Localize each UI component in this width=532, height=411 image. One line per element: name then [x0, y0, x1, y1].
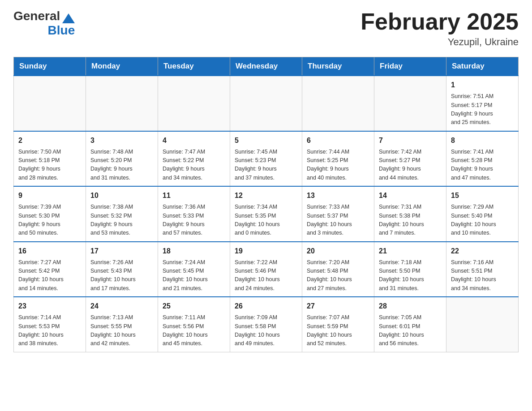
calendar-cell: 12Sunrise: 7:34 AM Sunset: 5:35 PM Dayli…	[230, 186, 302, 242]
location-label: Yezupil, Ukraine	[360, 36, 519, 48]
calendar-cell: 13Sunrise: 7:33 AM Sunset: 5:37 PM Dayli…	[302, 186, 374, 242]
title-block: February 2025 Yezupil, Ukraine	[360, 9, 519, 48]
day-number: 5	[235, 135, 297, 146]
calendar-cell: 15Sunrise: 7:29 AM Sunset: 5:40 PM Dayli…	[446, 186, 519, 242]
calendar-cell: 11Sunrise: 7:36 AM Sunset: 5:33 PM Dayli…	[158, 186, 230, 242]
calendar-header-row: Sunday Monday Tuesday Wednesday Thursday…	[14, 57, 519, 76]
day-info: Sunrise: 7:07 AM Sunset: 5:59 PM Dayligh…	[307, 313, 369, 348]
logo: General Blue	[13, 9, 75, 38]
day-number: 22	[451, 246, 514, 257]
header-monday: Monday	[86, 57, 158, 76]
day-info: Sunrise: 7:16 AM Sunset: 5:51 PM Dayligh…	[451, 258, 514, 293]
day-number: 8	[451, 135, 514, 146]
header-saturday: Saturday	[446, 57, 519, 76]
day-number: 20	[307, 246, 369, 257]
day-info: Sunrise: 7:44 AM Sunset: 5:25 PM Dayligh…	[307, 148, 369, 183]
day-number: 28	[379, 301, 442, 312]
logo-triangle-icon	[62, 13, 75, 23]
day-number: 26	[235, 301, 297, 312]
day-number: 6	[307, 135, 369, 146]
calendar-table: Sunday Monday Tuesday Wednesday Thursday…	[13, 57, 519, 352]
calendar-cell: 16Sunrise: 7:27 AM Sunset: 5:42 PM Dayli…	[14, 242, 86, 297]
day-number: 24	[90, 301, 153, 312]
day-info: Sunrise: 7:14 AM Sunset: 5:53 PM Dayligh…	[18, 313, 81, 348]
day-number: 10	[90, 190, 153, 201]
week-row-5: 23Sunrise: 7:14 AM Sunset: 5:53 PM Dayli…	[14, 297, 519, 352]
day-number: 12	[235, 190, 297, 201]
calendar-cell: 4Sunrise: 7:47 AM Sunset: 5:22 PM Daylig…	[158, 131, 230, 187]
day-info: Sunrise: 7:11 AM Sunset: 5:56 PM Dayligh…	[163, 313, 225, 348]
header-tuesday: Tuesday	[158, 57, 230, 76]
week-row-2: 2Sunrise: 7:50 AM Sunset: 5:18 PM Daylig…	[14, 131, 519, 187]
day-number: 19	[235, 246, 297, 257]
day-info: Sunrise: 7:22 AM Sunset: 5:46 PM Dayligh…	[235, 258, 297, 293]
calendar-cell: 28Sunrise: 7:05 AM Sunset: 6:01 PM Dayli…	[374, 297, 446, 352]
calendar-cell: 3Sunrise: 7:48 AM Sunset: 5:20 PM Daylig…	[86, 131, 158, 187]
calendar-cell: 8Sunrise: 7:41 AM Sunset: 5:28 PM Daylig…	[446, 131, 519, 187]
day-info: Sunrise: 7:09 AM Sunset: 5:58 PM Dayligh…	[235, 313, 297, 348]
day-number: 2	[18, 135, 81, 146]
day-number: 1	[451, 80, 514, 90]
day-number: 25	[163, 301, 225, 312]
day-info: Sunrise: 7:20 AM Sunset: 5:48 PM Dayligh…	[307, 258, 369, 293]
calendar-cell	[86, 76, 158, 131]
day-info: Sunrise: 7:51 AM Sunset: 5:17 PM Dayligh…	[451, 92, 514, 127]
day-number: 4	[163, 135, 225, 146]
calendar-cell: 5Sunrise: 7:45 AM Sunset: 5:23 PM Daylig…	[230, 131, 302, 187]
day-info: Sunrise: 7:48 AM Sunset: 5:20 PM Dayligh…	[90, 148, 153, 183]
day-number: 9	[18, 190, 81, 201]
day-number: 15	[451, 190, 514, 201]
logo-general-text: General	[13, 9, 60, 23]
calendar-cell: 6Sunrise: 7:44 AM Sunset: 5:25 PM Daylig…	[302, 131, 374, 187]
day-info: Sunrise: 7:38 AM Sunset: 5:32 PM Dayligh…	[90, 203, 153, 238]
day-info: Sunrise: 7:31 AM Sunset: 5:38 PM Dayligh…	[379, 203, 442, 238]
day-info: Sunrise: 7:42 AM Sunset: 5:27 PM Dayligh…	[379, 148, 442, 183]
logo-blue-text: Blue	[48, 23, 75, 38]
day-info: Sunrise: 7:39 AM Sunset: 5:30 PM Dayligh…	[18, 203, 81, 238]
week-row-4: 16Sunrise: 7:27 AM Sunset: 5:42 PM Dayli…	[14, 242, 519, 297]
day-info: Sunrise: 7:50 AM Sunset: 5:18 PM Dayligh…	[18, 148, 81, 183]
calendar-cell: 19Sunrise: 7:22 AM Sunset: 5:46 PM Dayli…	[230, 242, 302, 297]
calendar-cell: 26Sunrise: 7:09 AM Sunset: 5:58 PM Dayli…	[230, 297, 302, 352]
day-number: 17	[90, 246, 153, 257]
calendar-cell: 14Sunrise: 7:31 AM Sunset: 5:38 PM Dayli…	[374, 186, 446, 242]
day-number: 18	[163, 246, 225, 257]
calendar-cell: 20Sunrise: 7:20 AM Sunset: 5:48 PM Dayli…	[302, 242, 374, 297]
calendar-cell: 10Sunrise: 7:38 AM Sunset: 5:32 PM Dayli…	[86, 186, 158, 242]
day-number: 16	[18, 246, 81, 257]
calendar-cell	[446, 297, 519, 352]
day-info: Sunrise: 7:27 AM Sunset: 5:42 PM Dayligh…	[18, 258, 81, 293]
calendar-cell: 7Sunrise: 7:42 AM Sunset: 5:27 PM Daylig…	[374, 131, 446, 187]
day-info: Sunrise: 7:34 AM Sunset: 5:35 PM Dayligh…	[235, 203, 297, 238]
day-number: 3	[90, 135, 153, 146]
day-number: 27	[307, 301, 369, 312]
calendar-cell: 17Sunrise: 7:26 AM Sunset: 5:43 PM Dayli…	[86, 242, 158, 297]
calendar-cell: 27Sunrise: 7:07 AM Sunset: 5:59 PM Dayli…	[302, 297, 374, 352]
calendar-cell	[374, 76, 446, 131]
calendar-cell: 24Sunrise: 7:13 AM Sunset: 5:55 PM Dayli…	[86, 297, 158, 352]
calendar-cell	[302, 76, 374, 131]
header-sunday: Sunday	[14, 57, 86, 76]
day-info: Sunrise: 7:13 AM Sunset: 5:55 PM Dayligh…	[90, 313, 153, 348]
day-number: 11	[163, 190, 225, 201]
day-info: Sunrise: 7:33 AM Sunset: 5:37 PM Dayligh…	[307, 203, 369, 238]
week-row-1: 1Sunrise: 7:51 AM Sunset: 5:17 PM Daylig…	[14, 76, 519, 131]
page-header: General Blue February 2025 Yezupil, Ukra…	[13, 9, 519, 48]
week-row-3: 9Sunrise: 7:39 AM Sunset: 5:30 PM Daylig…	[14, 186, 519, 242]
calendar-cell	[230, 76, 302, 131]
day-number: 21	[379, 246, 442, 257]
day-info: Sunrise: 7:47 AM Sunset: 5:22 PM Dayligh…	[163, 148, 225, 183]
day-number: 7	[379, 135, 442, 146]
calendar-cell: 22Sunrise: 7:16 AM Sunset: 5:51 PM Dayli…	[446, 242, 519, 297]
day-info: Sunrise: 7:24 AM Sunset: 5:45 PM Dayligh…	[163, 258, 225, 293]
calendar-cell: 25Sunrise: 7:11 AM Sunset: 5:56 PM Dayli…	[158, 297, 230, 352]
calendar-cell: 23Sunrise: 7:14 AM Sunset: 5:53 PM Dayli…	[14, 297, 86, 352]
day-info: Sunrise: 7:45 AM Sunset: 5:23 PM Dayligh…	[235, 148, 297, 183]
day-number: 23	[18, 301, 81, 312]
day-info: Sunrise: 7:26 AM Sunset: 5:43 PM Dayligh…	[90, 258, 153, 293]
day-info: Sunrise: 7:29 AM Sunset: 5:40 PM Dayligh…	[451, 203, 514, 238]
header-thursday: Thursday	[302, 57, 374, 76]
calendar-cell	[158, 76, 230, 131]
day-info: Sunrise: 7:05 AM Sunset: 6:01 PM Dayligh…	[379, 313, 442, 348]
calendar-cell: 9Sunrise: 7:39 AM Sunset: 5:30 PM Daylig…	[14, 186, 86, 242]
